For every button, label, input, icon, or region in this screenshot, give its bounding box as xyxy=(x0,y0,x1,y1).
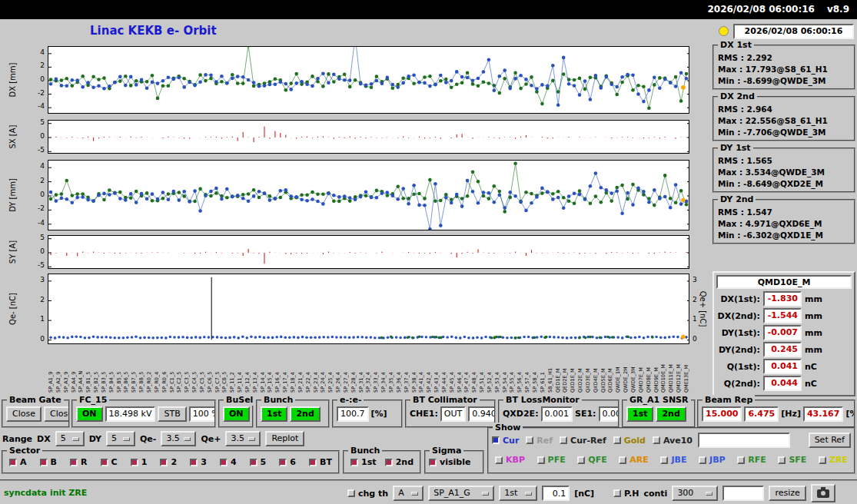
show-checkbox-ave10[interactable]: Ave10 xyxy=(653,436,693,446)
show-checkbox-rfe[interactable]: RFE xyxy=(737,455,766,465)
bunch-th-select[interactable]: 1st xyxy=(499,486,537,501)
bpm-select[interactable]: SP_A1_G xyxy=(428,486,494,501)
sector-checkbox-b[interactable]: B xyxy=(40,457,57,467)
sector-checkbox-5[interactable]: 5 xyxy=(250,457,267,467)
stats-line: Max : 22.556@S8_61_H1 xyxy=(718,115,850,127)
che1-value-display: 0.940 xyxy=(468,406,494,422)
sector-a-select[interactable]: A xyxy=(393,486,424,501)
range-dx-select[interactable]: 5 xyxy=(55,431,85,446)
x-tick-label: SP_B8_5 xyxy=(138,346,144,393)
gr-a1-snsr-legend: GR_A1 SNSR xyxy=(627,395,691,406)
x-tick-label: SP_15_4 xyxy=(267,346,273,393)
y-tick-label: 0 xyxy=(26,190,45,200)
threshold-unit: [nC] xyxy=(574,489,594,499)
range-dy-select[interactable]: 5 xyxy=(106,431,135,446)
qxd2e-label: QXD2E: xyxy=(503,409,539,419)
busel-on-button[interactable]: ON xyxy=(223,406,250,422)
snsr-2nd-button[interactable]: 2nd xyxy=(656,406,686,422)
show-checkbox-jbe[interactable]: JBE xyxy=(660,455,686,465)
fc15-on-button[interactable]: ON xyxy=(76,406,103,422)
checkbox-label: 2nd xyxy=(396,457,414,467)
fc15-stb-button[interactable]: STB xyxy=(158,406,186,422)
monitor-value: 0.245 xyxy=(763,342,802,357)
x-tick-label: SP_A3_9 xyxy=(63,346,69,393)
beam-rep-value3-display: 43.167 xyxy=(803,406,843,422)
sector-checkbox-6[interactable]: 6 xyxy=(279,457,296,467)
sector-checkbox-bt[interactable]: BT xyxy=(309,457,332,467)
monitor-unit: nC xyxy=(805,362,817,372)
chg-th-checkbox[interactable]: chg th xyxy=(347,489,388,499)
x-tick-label: SP_13_4 xyxy=(252,346,258,393)
y-tick-label-right: 1 xyxy=(693,314,706,324)
x-tick-label: SP_B1_5 xyxy=(85,346,91,393)
monitor-label: DY(1st): xyxy=(717,328,760,338)
x-tick-label: SP_54_4 xyxy=(502,346,508,393)
sector-checkbox-1[interactable]: 1 xyxy=(131,457,148,467)
replot-button[interactable]: Replot xyxy=(265,431,304,446)
ph-checkbox[interactable]: P.H xyxy=(613,489,639,499)
snsr-1st-button[interactable]: 1st xyxy=(626,406,653,422)
checkbox-label: JBE xyxy=(671,455,686,465)
y-tick-label: -2 xyxy=(26,88,45,98)
sector-checkbox-r[interactable]: R xyxy=(70,457,87,467)
checkbox-indicator xyxy=(40,459,48,466)
show-checkbox-kbp[interactable]: KBP xyxy=(495,455,525,465)
option-menu-indicator xyxy=(123,437,130,441)
snapshot-button[interactable] xyxy=(811,484,835,502)
stats-frame-dy-1st: DY 1stRMS : 1.565Max : 3.534@QWDE_3MMin … xyxy=(713,148,855,193)
monitor-unit: nC xyxy=(805,379,817,389)
monitor-row: DX(2nd):-1.544mm xyxy=(717,308,851,323)
checkbox-indicator xyxy=(819,456,826,464)
bunch-checkbox-1st[interactable]: 1st xyxy=(350,457,376,467)
range-qep-select[interactable]: 3.5 xyxy=(225,431,261,446)
bunch-checkbox-2nd[interactable]: 2nd xyxy=(385,457,414,467)
sigma-checkbox-visible[interactable]: visible xyxy=(429,457,470,467)
stats-line: Min : -7.706@QWDE_3M xyxy=(718,127,850,138)
ref-file-input[interactable] xyxy=(698,433,790,448)
sector-checkbox-4[interactable]: 4 xyxy=(220,457,237,467)
status-message: syncdata init ZRE xyxy=(4,488,87,498)
x-tick-label: SP_24_4 xyxy=(320,346,326,393)
set-ref-button[interactable]: Set Ref xyxy=(809,433,851,448)
show-checkbox-are[interactable]: ARE xyxy=(619,455,649,465)
aux-input[interactable] xyxy=(722,486,764,501)
checkbox-indicator xyxy=(560,436,567,444)
monitor-label: DX(1st): xyxy=(717,294,760,304)
show-checkbox-zre[interactable]: ZRE xyxy=(819,455,848,465)
bunch-1st-button[interactable]: 1st xyxy=(261,406,287,422)
threshold-input[interactable] xyxy=(542,486,570,501)
interval-select[interactable]: 300 xyxy=(672,486,718,501)
show-checkbox-gold[interactable]: Gold xyxy=(613,436,646,446)
checkbox-indicator xyxy=(613,489,621,497)
x-tick-label: SP_57_4 xyxy=(524,346,530,393)
show-checkbox-pfe[interactable]: PFE xyxy=(537,455,566,465)
show-checkbox-cur-ref[interactable]: Cur-Ref xyxy=(560,436,606,446)
show-checkbox-jbp[interactable]: JBP xyxy=(699,455,726,465)
axis-label-sy: SY [A] xyxy=(8,240,17,264)
checkbox-label: R xyxy=(81,457,87,467)
interval-value: 300 xyxy=(677,488,693,499)
beam-gate-close-button-1[interactable]: Close xyxy=(6,406,42,422)
show-checkbox-qfe[interactable]: QFE xyxy=(577,455,606,465)
sector-checkbox-3[interactable]: 3 xyxy=(190,457,207,467)
range-qep-label: Qe+ xyxy=(201,434,221,444)
checkbox-label: 1st xyxy=(361,457,376,467)
range-qem-select[interactable]: 3.5 xyxy=(161,431,196,446)
sector-checkbox-2[interactable]: 2 xyxy=(160,457,177,467)
show-checkbox-sfe[interactable]: SFE xyxy=(778,455,806,465)
x-tick-label: SP_14_4 xyxy=(260,346,266,393)
show-checkbox-cur[interactable]: Cur xyxy=(492,436,519,446)
x-tick-label: SP_26_4 xyxy=(335,346,341,393)
x-tick-label: QMD12E_M xyxy=(676,346,682,393)
sector-checkbox-a[interactable]: A xyxy=(9,457,27,467)
beam-gate-close-button-2[interactable]: Close xyxy=(44,406,68,422)
show-row1-checkboxes: CurRefCur-RefGoldAve10 xyxy=(492,436,693,446)
show-checkbox-ref[interactable]: Ref xyxy=(526,436,553,446)
resize-button[interactable]: resize xyxy=(769,486,806,501)
x-tick-label: QWDE_1M xyxy=(615,346,621,393)
qxd2e-value-display: 0.001 xyxy=(541,406,573,422)
bpm-monitor-panel: QMD10E_M DX(1st):-1.830mmDX(2nd):-1.544m… xyxy=(713,271,855,396)
bunch-2nd-button[interactable]: 2nd xyxy=(290,406,320,422)
beam-rep-hz-unit: [Hz] xyxy=(781,409,801,419)
sector-checkbox-c[interactable]: C xyxy=(101,457,118,467)
